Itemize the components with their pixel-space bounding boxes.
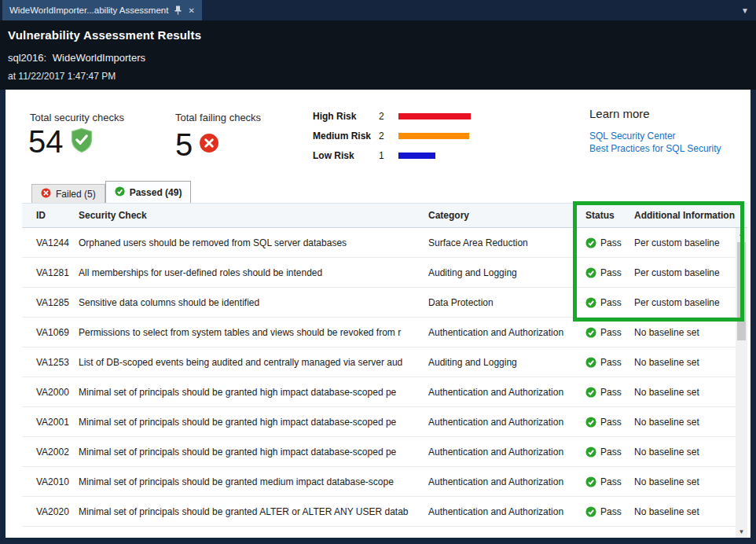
failing-checks-label: Total failing checks [175,112,261,123]
category-cell: Data Protection [428,297,585,308]
tab-passed-label: Passed (49) [130,187,182,198]
server-name: sql2016: [8,52,46,64]
status-cell: Pass [585,387,634,398]
column-header-category[interactable]: Category [428,210,585,221]
page-title: Vulnerability Assessment Results [8,28,756,42]
column-header-status[interactable]: Status [585,210,634,221]
additional-information-cell: No baseline set [634,417,747,428]
learn-more-section: Learn more SQL Security Center Best Prac… [589,107,721,155]
security-check-cell: Permissions to select from system tables… [79,327,428,338]
table-body: VA1244Orphaned users should be removed f… [22,228,747,527]
status-cell: Pass [585,447,634,458]
learn-more-title: Learn more [589,107,721,120]
id-cell: VA2002 [36,447,79,458]
table-row[interactable]: VA2020Minimal set of principals should b… [22,497,747,527]
id-cell: VA1285 [36,297,79,308]
content-area: Total security checks 54 Total failing c… [6,90,750,538]
column-header-id[interactable]: ID [36,210,79,221]
column-header-security-check[interactable]: Security Check [79,210,428,221]
fail-icon [41,188,51,200]
pass-icon [585,417,596,428]
document-tab-title: WideWorldImporter...ability Assessment [9,6,168,15]
security-check-cell: Minimal set of principals should be gran… [79,506,428,517]
server-line: sql2016: WideWorldImporters [8,52,756,64]
risk-count: 1 [379,150,398,161]
risk-bar-high [398,113,471,119]
risk-label: Low Risk [313,150,379,161]
risk-bar-low [398,153,435,159]
table-row[interactable]: VA1069Permissions to select from system … [22,318,747,347]
pass-icon [585,506,596,517]
status-cell: Pass [585,327,634,338]
status-cell: Pass [585,237,634,248]
vertical-scrollbar[interactable]: ▲ ▼ [736,228,747,538]
category-cell: Auditing and Logging [428,267,585,278]
status-text: Pass [600,297,622,308]
id-cell: VA1253 [36,357,79,368]
additional-information-cell: Per custom baseline [634,297,747,308]
status-text: Pass [600,476,622,487]
tab-passed[interactable]: Passed (49) [105,181,192,203]
risk-row-low: Low Risk 1 [313,145,556,165]
id-cell: VA1281 [36,267,79,278]
status-cell: Pass [585,297,634,308]
table-row[interactable]: VA2000Minimal set of principals should b… [22,377,747,407]
id-cell: VA2010 [36,476,79,487]
security-check-cell: Minimal set of principals should be gran… [79,387,428,398]
table-row[interactable]: VA1285Sensitive data columns should be i… [22,288,747,318]
pass-icon [585,297,596,308]
pass-icon [585,327,596,338]
table-row[interactable]: VA2002Minimal set of principals should b… [22,437,747,467]
results-table: ID Security Check Category Status Additi… [22,203,747,527]
total-checks-value-row: 54 [28,126,94,157]
id-cell: VA1069 [36,327,79,338]
status-text: Pass [600,237,622,248]
close-icon[interactable]: ✕ [188,6,194,15]
table-row[interactable]: VA1253List of DB-scoped events being aud… [22,347,747,377]
total-checks-label: Total security checks [30,112,124,123]
status-text: Pass [600,267,622,278]
status-cell: Pass [585,417,634,428]
risk-label: Medium Risk [313,130,379,142]
scroll-down-icon[interactable]: ▼ [736,526,747,538]
link-best-practices-sql-security[interactable]: Best Practices for SQL Security [589,142,721,155]
chevron-down-icon[interactable]: ▼ [741,0,749,20]
category-cell: Authentication and Authorization [428,417,585,428]
link-sql-security-center[interactable]: SQL Security Center [589,130,721,142]
security-check-cell: Minimal set of principals should be gran… [79,476,428,487]
pass-icon [585,476,596,487]
status-text: Pass [600,417,622,428]
result-tabs: Failed (5) Passed (49) [31,181,191,203]
security-check-cell: Minimal set of principals should be gran… [79,417,428,428]
additional-information-cell: No baseline set [634,327,747,338]
table-row[interactable]: VA1281All memberships for user-defined r… [22,258,747,288]
pass-icon [585,237,596,248]
scroll-up-icon[interactable]: ▲ [736,228,747,240]
fail-circle-icon [199,133,219,156]
tab-failed-label: Failed (5) [56,189,96,200]
additional-information-cell: No baseline set [634,447,747,458]
additional-information-cell: Per custom baseline [634,267,747,278]
security-check-cell: Orphaned users should be removed from SQ… [79,237,428,248]
security-check-cell: Minimal set of principals should be gran… [79,447,428,458]
shield-check-icon [70,127,94,156]
pass-icon [585,357,596,368]
pass-icon [585,267,596,278]
table-header: ID Security Check Category Status Additi… [22,203,747,228]
scrollbar-thumb[interactable] [737,242,746,340]
pin-icon[interactable] [174,6,182,15]
category-cell: Authentication and Authorization [428,447,585,458]
tab-failed[interactable]: Failed (5) [31,184,105,203]
status-text: Pass [600,387,622,398]
table-row[interactable]: VA1244Orphaned users should be removed f… [22,228,747,258]
risk-row-high: High Risk 2 [313,106,556,126]
table-row[interactable]: VA2010Minimal set of principals should b… [22,467,747,497]
table-row[interactable]: VA2001Minimal set of principals should b… [22,407,747,437]
additional-information-cell: No baseline set [634,506,747,517]
total-checks-value: 54 [28,126,64,157]
status-text: Pass [600,447,622,458]
column-header-additional-information[interactable]: Additional Information [634,210,747,221]
document-tab[interactable]: WideWorldImporter...ability Assessment ✕ [2,0,202,20]
additional-information-cell: No baseline set [634,357,747,368]
additional-information-cell: No baseline set [634,387,747,398]
